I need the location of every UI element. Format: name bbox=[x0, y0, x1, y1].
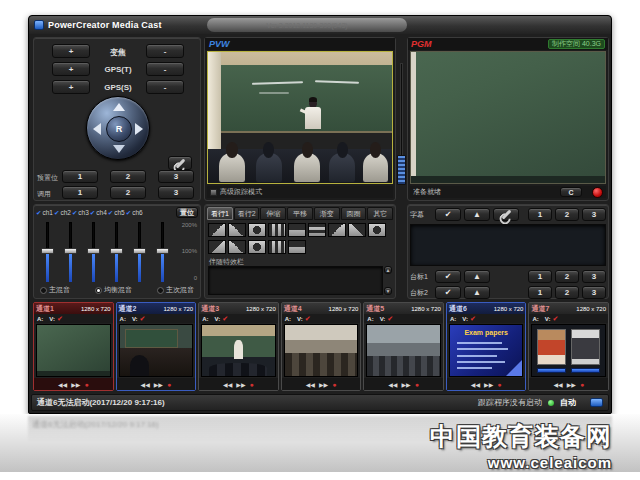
mixer-reset-button[interactable]: 置位 bbox=[176, 207, 198, 218]
channel-video[interactable] bbox=[284, 324, 359, 377]
record-icon[interactable]: ● bbox=[415, 381, 419, 388]
scroll-up-button[interactable]: ▲ bbox=[384, 266, 392, 274]
tbar-handle[interactable] bbox=[397, 155, 406, 185]
dpad-up-icon[interactable] bbox=[113, 103, 125, 111]
channel-7[interactable]: 通道71280 x 720 A:V:✔ ◀◀▶▶● bbox=[528, 302, 609, 391]
record-icon[interactable]: ● bbox=[332, 381, 336, 388]
channel-video[interactable] bbox=[366, 324, 441, 377]
tab-pan[interactable]: 平移 bbox=[287, 207, 313, 220]
ptz-settings-button[interactable] bbox=[168, 156, 192, 170]
photo-thumbnail[interactable] bbox=[571, 329, 600, 365]
channel-4[interactable]: 通道41280 x 720 A:V:✔ ◀◀▶▶● bbox=[281, 302, 362, 391]
ptz-dpad[interactable]: R bbox=[86, 96, 150, 160]
transition-thumb[interactable] bbox=[208, 223, 226, 237]
preset-1-button[interactable]: 1 bbox=[62, 170, 98, 183]
preset-3-button[interactable]: 3 bbox=[158, 170, 194, 183]
volume-slider-4[interactable] bbox=[109, 220, 123, 284]
transition-thumb[interactable] bbox=[288, 240, 306, 254]
quick-effects-bar[interactable] bbox=[208, 266, 383, 295]
rewind-icon[interactable]: ◀◀ bbox=[223, 381, 232, 388]
subtitle-2-button[interactable]: 2 bbox=[555, 208, 579, 221]
gps-t-minus-button[interactable]: - bbox=[146, 62, 184, 76]
channel-5[interactable]: 通道51280 x 720 A:V:✔ ◀◀▶▶● bbox=[363, 302, 444, 391]
mix-mode-secondary[interactable]: 主次混音 bbox=[157, 285, 194, 295]
photo-select-button[interactable] bbox=[537, 368, 566, 373]
radio-icon[interactable] bbox=[157, 287, 164, 294]
gps-s-minus-button[interactable]: - bbox=[146, 80, 184, 94]
forward-icon[interactable]: ▶▶ bbox=[567, 381, 576, 388]
channel-video[interactable] bbox=[119, 324, 194, 377]
forward-icon[interactable]: ▶▶ bbox=[484, 381, 493, 388]
transition-thumb[interactable] bbox=[228, 240, 246, 254]
transition-thumb[interactable] bbox=[308, 223, 326, 237]
recall-1-button[interactable]: 1 bbox=[62, 186, 98, 199]
slider-handle[interactable] bbox=[41, 248, 54, 254]
rewind-icon[interactable]: ◀◀ bbox=[388, 381, 397, 388]
auto-toggle[interactable]: 自动 bbox=[560, 397, 576, 408]
mix-mode-balanced[interactable]: 均衡混音 bbox=[95, 285, 132, 295]
rewind-icon[interactable]: ◀◀ bbox=[58, 381, 67, 388]
forward-icon[interactable]: ▶▶ bbox=[319, 381, 328, 388]
record-icon[interactable]: ● bbox=[250, 381, 254, 388]
photo-thumbnail[interactable] bbox=[537, 329, 566, 365]
gps-s-plus-button[interactable]: + bbox=[52, 80, 90, 94]
channel-video[interactable] bbox=[201, 324, 276, 377]
dpad-reset-button[interactable]: R bbox=[106, 116, 132, 142]
transition-thumb[interactable] bbox=[348, 223, 366, 237]
channel-video[interactable] bbox=[531, 324, 606, 377]
tab-transition-1[interactable]: 看行1 bbox=[207, 207, 233, 220]
logo1-2-button[interactable]: 2 bbox=[555, 270, 579, 283]
transition-thumb[interactable] bbox=[208, 240, 226, 254]
logo2-1-button[interactable]: 1 bbox=[528, 286, 552, 299]
logo1-1-button[interactable]: 1 bbox=[528, 270, 552, 283]
scroll-down-button[interactable]: ▼ bbox=[384, 287, 392, 295]
recall-3-button[interactable]: 3 bbox=[158, 186, 194, 199]
rewind-icon[interactable]: ◀◀ bbox=[141, 381, 150, 388]
transition-thumb[interactable] bbox=[288, 223, 306, 237]
transition-tbar[interactable] bbox=[397, 37, 406, 201]
zoom-minus-button[interactable]: - bbox=[146, 44, 184, 58]
slider-handle[interactable] bbox=[110, 248, 123, 254]
subtitle-settings-button[interactable] bbox=[493, 208, 519, 221]
rewind-icon[interactable]: ◀◀ bbox=[471, 381, 480, 388]
transition-thumb[interactable] bbox=[328, 223, 346, 237]
record-icon[interactable]: ● bbox=[167, 381, 171, 388]
logo2-2-button[interactable]: 2 bbox=[555, 286, 579, 299]
volume-slider-1[interactable] bbox=[40, 220, 54, 284]
rewind-icon[interactable]: ◀◀ bbox=[306, 381, 315, 388]
tab-circle[interactable]: 圆圈 bbox=[341, 207, 367, 220]
channel-6[interactable]: 通道61280 x 720 A:V:✔ Exam papers ◀◀▶▶● bbox=[446, 302, 527, 391]
mixer-ch2[interactable]: ✔ch2 bbox=[54, 209, 71, 217]
radio-selected-icon[interactable] bbox=[95, 287, 102, 294]
mixer-ch1[interactable]: ✔ch1 bbox=[36, 209, 53, 217]
title-bar[interactable]: PowerCreator Media Cast Ver 3.2012.1130-… bbox=[29, 16, 611, 34]
record-icon[interactable]: ● bbox=[580, 381, 584, 388]
tray-icon[interactable] bbox=[590, 398, 603, 407]
pgm-video[interactable] bbox=[410, 51, 606, 184]
zoom-plus-button[interactable]: + bbox=[52, 44, 90, 58]
forward-icon[interactable]: ▶▶ bbox=[154, 381, 163, 388]
logo2-3-button[interactable]: 3 bbox=[582, 286, 606, 299]
transition-thumb[interactable] bbox=[248, 240, 266, 254]
clear-button[interactable]: C bbox=[560, 187, 582, 197]
subtitle-1-button[interactable]: 1 bbox=[528, 208, 552, 221]
forward-icon[interactable]: ▶▶ bbox=[236, 381, 245, 388]
slider-handle[interactable] bbox=[87, 248, 100, 254]
mixer-ch3[interactable]: ✔ch3 bbox=[72, 209, 89, 217]
mixer-ch4[interactable]: ✔ch4 bbox=[90, 209, 107, 217]
logo1-3-button[interactable]: 3 bbox=[582, 270, 606, 283]
tab-transition-2[interactable]: 看行2 bbox=[234, 207, 260, 220]
transition-thumb[interactable] bbox=[228, 223, 246, 237]
pvw-video[interactable] bbox=[207, 51, 393, 184]
record-icon[interactable]: ● bbox=[84, 381, 88, 388]
slider-handle[interactable] bbox=[133, 248, 146, 254]
photo-select-button[interactable] bbox=[571, 368, 600, 373]
transition-thumb[interactable] bbox=[268, 223, 286, 237]
transition-thumb[interactable] bbox=[248, 223, 266, 237]
channel-video[interactable]: Exam papers bbox=[449, 324, 524, 377]
forward-icon[interactable]: ▶▶ bbox=[71, 381, 80, 388]
forward-icon[interactable]: ▶▶ bbox=[401, 381, 410, 388]
volume-slider-5[interactable] bbox=[132, 220, 146, 284]
radio-icon[interactable] bbox=[40, 287, 47, 294]
preset-2-button[interactable]: 2 bbox=[110, 170, 146, 183]
